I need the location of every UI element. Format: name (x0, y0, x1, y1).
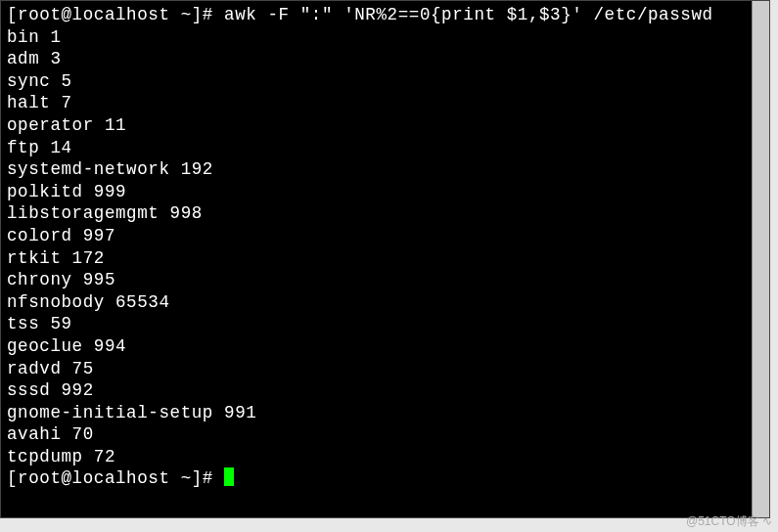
output-line: systemd-network 192 (7, 158, 748, 181)
output-line: geoclue 994 (7, 335, 748, 358)
output-line: libstoragemgmt 998 (7, 202, 748, 225)
output-line: adm 3 (7, 48, 748, 70)
output-line: ftp 14 (7, 137, 748, 159)
output-line: avahi 70 (7, 423, 748, 446)
output-line: sssd 992 (7, 379, 748, 402)
command-text: awk -F ":" 'NR%2==0{print $1,$3}' /etc/p… (224, 5, 713, 24)
output-line: rtkit 172 (7, 247, 748, 270)
output-line: radvd 75 (7, 358, 748, 380)
command-line: [root@localhost ~]# awk -F ":" 'NR%2==0{… (7, 4, 748, 26)
output-line: bin 1 (7, 26, 748, 49)
watermark: @51CTO博客 ∿ (686, 513, 772, 530)
terminal-body[interactable]: [root@localhost ~]# awk -F ":" 'NR%2==0{… (1, 1, 754, 517)
output-line: gnome-initial-setup 991 (7, 402, 748, 424)
output-line: halt 7 (7, 92, 748, 114)
scrollbar-thumb[interactable] (753, 1, 769, 517)
prompt: [root@localhost ~]# (7, 468, 224, 488)
prompt-line: [root@localhost ~]# (7, 467, 748, 490)
prompt: [root@localhost ~]# (7, 5, 224, 24)
output-line: sync 5 (7, 70, 748, 93)
terminal-window: [root@localhost ~]# awk -F ":" 'NR%2==0{… (0, 0, 770, 518)
scrollbar-track[interactable] (752, 1, 769, 517)
output-line: nfsnobody 65534 (7, 291, 748, 314)
output-line: colord 997 (7, 225, 748, 247)
output-line: tss 59 (7, 313, 748, 335)
output-line: polkitd 999 (7, 181, 748, 203)
output-line: tcpdump 72 (7, 446, 748, 468)
cursor (224, 467, 234, 486)
output-line: operator 11 (7, 114, 748, 137)
output-line: chrony 995 (7, 269, 748, 291)
